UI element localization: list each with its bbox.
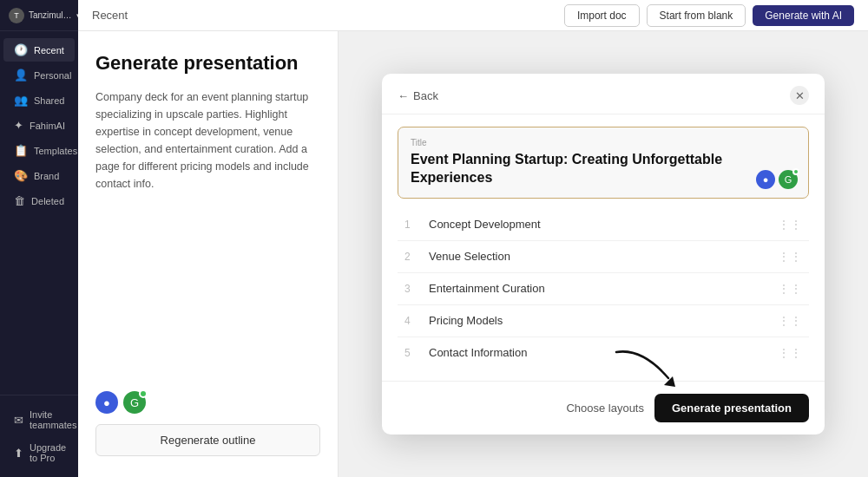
drag-handle-icon: ⋮⋮ (778, 250, 802, 264)
outline-list: 1 Concept Development ⋮⋮ 2 Venue Selecti… (398, 209, 809, 369)
sidebar-item-label: Recent (34, 45, 64, 56)
modal-body: Title Event Planning Startup: Creating U… (382, 114, 825, 381)
avatar-green: G (123, 391, 146, 414)
outline-num: 3 (404, 283, 420, 295)
fahimai-icon: ✦ (14, 119, 23, 132)
back-label: Back (413, 89, 438, 102)
online-badge (139, 389, 148, 398)
drag-handle-icon: ⋮⋮ (778, 218, 802, 232)
import-doc-button[interactable]: Import doc (564, 4, 640, 27)
avatar-pair: ● G (95, 391, 320, 414)
sidebar-item-label: Brand (34, 171, 59, 181)
sidebar-item-recent[interactable]: 🕐 Recent (3, 38, 75, 62)
right-panel: ← Back ✕ Title Event Planning Startup: C… (339, 31, 868, 477)
breadcrumb: Recent (92, 9, 128, 22)
generate-with-ai-button[interactable]: Generate with AI (753, 5, 854, 26)
outline-item-1[interactable]: 1 Concept Development ⋮⋮ (398, 209, 809, 241)
sidebar-item-shared[interactable]: 👥 Shared (3, 88, 75, 112)
avatar-blue: ● (95, 391, 118, 414)
outline-text: Entertainment Curation (429, 282, 778, 295)
outline-num: 5 (404, 347, 420, 359)
drag-handle-icon: ⋮⋮ (778, 346, 802, 360)
outline-item-2[interactable]: 2 Venue Selection ⋮⋮ (398, 241, 809, 273)
invite-icon: ✉ (14, 414, 23, 427)
back-arrow-icon: ← (398, 89, 409, 102)
sidebar-item-label: Personal (34, 70, 71, 81)
back-button[interactable]: ← Back (398, 89, 438, 102)
generate-presentation-button[interactable]: Generate presentation (654, 394, 809, 422)
outline-item-4[interactable]: 4 Pricing Models ⋮⋮ (398, 305, 809, 337)
outline-text: Pricing Models (429, 314, 778, 327)
topbar-actions: Import doc Start from blank Generate wit… (564, 4, 854, 27)
sidebar-item-label: Invite teammates (30, 409, 76, 430)
shared-icon: 👥 (14, 94, 28, 107)
close-icon: ✕ (795, 89, 805, 102)
drag-handle-icon: ⋮⋮ (778, 282, 802, 296)
outline-num: 2 (404, 251, 420, 263)
left-panel-footer: ● G Regenerate outline (95, 391, 320, 456)
sidebar-item-deleted[interactable]: 🗑 Deleted (3, 189, 75, 212)
outline-item-5[interactable]: 5 Contact Information ⋮⋮ (398, 337, 809, 369)
sidebar: T Tanzimul Arman ▾ 🔔 🕐 Recent 👤 Personal… (0, 0, 78, 477)
sidebar-item-invite[interactable]: ✉ Invite teammates (3, 404, 75, 435)
sidebar-header: T Tanzimul Arman ▾ 🔔 (0, 0, 78, 31)
choose-layouts-button[interactable]: Choose layouts (566, 402, 644, 415)
templates-icon: 📋 (14, 144, 28, 157)
content-area: Generate presentation Company deck for a… (78, 31, 868, 477)
outline-text: Concept Development (429, 218, 778, 231)
avatar: T (9, 8, 24, 23)
left-panel: Generate presentation Company deck for a… (78, 31, 339, 477)
title-section: Title Event Planning Startup: Creating U… (398, 127, 809, 199)
modal-footer: Choose layouts Generate presentation (382, 381, 825, 435)
avatar-green-icon: G (130, 396, 139, 409)
title-text: Event Planning Startup: Creating Unforge… (411, 151, 796, 187)
personal-icon: 👤 (14, 69, 28, 82)
sidebar-item-fahimai[interactable]: ✦ FahimAI (3, 114, 75, 137)
outline-text: Contact Information (429, 346, 778, 359)
outline-num: 1 (404, 219, 420, 231)
sidebar-item-personal[interactable]: 👤 Personal (3, 63, 75, 87)
deleted-icon: 🗑 (14, 194, 25, 207)
sidebar-item-label: Upgrade to Pro (30, 442, 66, 463)
brand-icon: 🎨 (14, 169, 28, 182)
generate-modal: ← Back ✕ Title Event Planning Startup: C… (382, 74, 825, 435)
sidebar-nav: 🕐 Recent 👤 Personal 👥 Shared ✦ FahimAI 📋… (0, 31, 78, 395)
panel-title: Generate presentation (95, 52, 320, 75)
outline-text: Venue Selection (429, 250, 778, 263)
panel-description: Company deck for an event planning start… (95, 88, 320, 377)
title-avatar-green: G (779, 170, 798, 189)
outline-item-3[interactable]: 3 Entertainment Curation ⋮⋮ (398, 273, 809, 305)
sidebar-item-label: Templates (34, 146, 77, 156)
sidebar-item-templates[interactable]: 📋 Templates (3, 139, 75, 162)
title-online-badge (792, 168, 799, 175)
sidebar-item-brand[interactable]: 🎨 Brand (3, 164, 75, 187)
avatar-blue-icon: ● (103, 396, 110, 409)
sidebar-item-upgrade[interactable]: ⬆ Upgrade to Pro (3, 437, 75, 468)
username-label: Tanzimul Arman (29, 10, 72, 20)
regenerate-outline-button[interactable]: Regenerate outline (95, 424, 320, 456)
sidebar-item-label: FahimAI (30, 121, 65, 131)
outline-num: 4 (404, 315, 420, 327)
title-avatar-blue: ● (756, 170, 775, 189)
modal-header: ← Back ✕ (382, 74, 825, 114)
sidebar-footer: ✉ Invite teammates ⬆ Upgrade to Pro (0, 395, 78, 477)
drag-handle-icon: ⋮⋮ (778, 314, 802, 328)
start-from-blank-button[interactable]: Start from blank (647, 4, 746, 27)
recent-icon: 🕐 (14, 43, 28, 56)
close-button[interactable]: ✕ (790, 86, 809, 105)
upgrade-icon: ⬆ (14, 447, 23, 460)
sidebar-item-label: Shared (34, 95, 64, 106)
sidebar-item-label: Deleted (31, 196, 64, 206)
main-area: Recent Import doc Start from blank Gener… (78, 0, 868, 477)
user-menu[interactable]: T Tanzimul Arman ▾ (9, 8, 81, 23)
title-label: Title (411, 138, 796, 147)
title-avatars: ● G (756, 170, 798, 189)
topbar: Recent Import doc Start from blank Gener… (78, 0, 868, 31)
